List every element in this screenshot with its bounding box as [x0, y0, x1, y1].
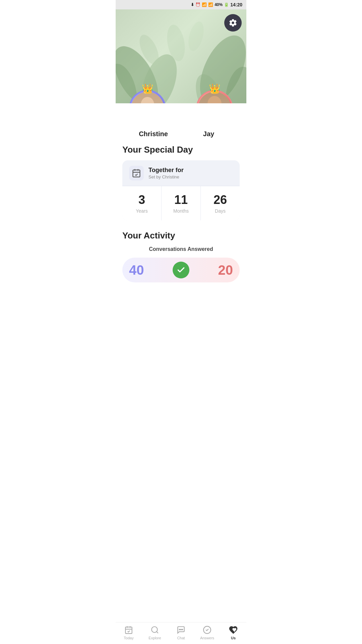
time-cell-months: 11 Months [162, 186, 201, 220]
wifi-icon: 📶 [202, 2, 207, 7]
profiles-row: 👑 & 👑 [116, 90, 246, 103]
name-christine: Christine [132, 130, 175, 138]
conversations-label: Conversations Answered [122, 246, 240, 252]
gear-icon [229, 18, 237, 27]
special-day-title: Your Special Day [122, 145, 240, 155]
hero-section: 👑 & 👑 [116, 9, 246, 103]
months-label: Months [165, 208, 197, 214]
calendar-svg [132, 168, 141, 178]
days-label: Days [204, 208, 236, 214]
time-row: 3 Years 11 Months 26 Days [122, 186, 240, 220]
battery-icon: 🔋 [224, 2, 229, 7]
years-label: Years [126, 208, 158, 214]
svg-point-7 [186, 20, 206, 52]
together-header: Together for Set by Christine [122, 160, 240, 186]
together-subtitle: Set by Christine [148, 174, 184, 179]
score-row: 40 20 [122, 258, 240, 282]
crown-jay: 👑 [209, 83, 221, 94]
name-jay: Jay [187, 130, 231, 138]
together-title: Together for [148, 167, 184, 174]
calendar-icon [129, 166, 144, 180]
main-content: Your Special Day Together for Set by Chr… [116, 145, 246, 220]
profile-jay[interactable]: 👑 [196, 90, 233, 103]
time-cell-days: 26 Days [201, 186, 240, 220]
alarm-icon: ⏰ [195, 2, 200, 7]
svg-rect-12 [133, 170, 140, 177]
status-bar: ⬇ ⏰ 📶 📶 40% 🔋 14:20 [116, 0, 246, 9]
activity-title: Your Activity [122, 230, 240, 241]
settings-button[interactable] [224, 14, 242, 32]
months-value: 11 [165, 193, 197, 207]
together-card: Together for Set by Christine 3 Years 11… [122, 160, 240, 220]
signal-icon: 📶 [208, 2, 213, 7]
profile-christine[interactable]: 👑 [129, 90, 166, 103]
status-icons: ⬇ ⏰ 📶 📶 40% 🔋 14:20 [191, 2, 242, 7]
names-row: Christine Jay [116, 103, 246, 145]
battery-download-icon: ⬇ [191, 2, 194, 7]
checkmark-icon [177, 266, 185, 274]
battery-percent: 40% [215, 2, 223, 7]
score-left: 40 [129, 263, 144, 278]
days-value: 26 [204, 193, 236, 207]
check-icon-circle [173, 262, 189, 278]
crown-christine: 👑 [142, 83, 154, 94]
together-text: Together for Set by Christine [148, 167, 184, 179]
time: 14:20 [230, 2, 242, 7]
activity-section: Your Activity Conversations Answered 40 … [116, 230, 246, 296]
time-cell-years: 3 Years [122, 186, 162, 220]
years-value: 3 [126, 193, 158, 207]
score-right: 20 [218, 263, 233, 278]
